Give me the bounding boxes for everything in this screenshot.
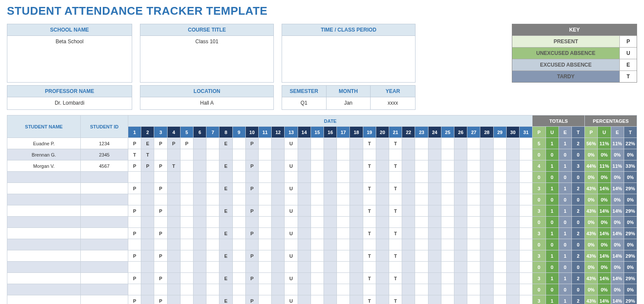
attendance-cell[interactable] [272, 284, 285, 295]
attendance-cell[interactable] [506, 250, 519, 262]
attendance-cell[interactable]: T [389, 205, 402, 217]
student-id[interactable] [81, 205, 128, 217]
attendance-cell[interactable] [376, 228, 389, 239]
attendance-cell[interactable]: E [219, 273, 232, 284]
attendance-cell[interactable] [194, 273, 206, 284]
attendance-cell[interactable] [167, 217, 180, 228]
attendance-cell[interactable] [428, 217, 441, 228]
attendance-cell[interactable] [441, 273, 454, 284]
attendance-cell[interactable] [402, 239, 415, 250]
attendance-cell[interactable] [441, 183, 454, 194]
attendance-cell[interactable] [441, 239, 454, 250]
attendance-cell[interactable] [232, 217, 245, 228]
student-name[interactable] [7, 172, 81, 183]
attendance-cell[interactable] [311, 239, 324, 250]
attendance-cell[interactable] [298, 217, 311, 228]
attendance-cell[interactable]: P [128, 250, 141, 262]
attendance-cell[interactable] [402, 138, 415, 149]
attendance-cell[interactable] [272, 273, 285, 284]
attendance-cell[interactable] [506, 239, 519, 250]
attendance-cell[interactable] [180, 160, 193, 172]
attendance-cell[interactable]: U [285, 183, 298, 194]
attendance-cell[interactable]: T [389, 138, 402, 149]
attendance-cell[interactable] [298, 295, 311, 304]
student-id[interactable] [81, 295, 128, 304]
attendance-cell[interactable] [506, 205, 519, 217]
attendance-cell[interactable] [180, 217, 193, 228]
attendance-cell[interactable] [180, 239, 193, 250]
student-name[interactable] [7, 205, 81, 217]
attendance-cell[interactable] [350, 262, 363, 273]
attendance-cell[interactable] [493, 239, 506, 250]
attendance-cell[interactable] [467, 239, 480, 250]
attendance-cell[interactable] [376, 250, 389, 262]
attendance-cell[interactable] [376, 295, 389, 304]
attendance-cell[interactable]: E [219, 205, 232, 217]
student-id[interactable] [81, 273, 128, 284]
attendance-cell[interactable] [363, 149, 376, 160]
attendance-cell[interactable] [350, 205, 363, 217]
attendance-cell[interactable] [389, 284, 402, 295]
attendance-cell[interactable] [402, 250, 415, 262]
attendance-cell[interactable] [298, 239, 311, 250]
attendance-cell[interactable] [285, 194, 298, 205]
attendance-cell[interactable] [206, 138, 219, 149]
attendance-cell[interactable] [376, 172, 389, 183]
attendance-cell[interactable] [194, 250, 206, 262]
attendance-cell[interactable] [350, 138, 363, 149]
attendance-cell[interactable]: T [363, 295, 376, 304]
attendance-cell[interactable] [441, 228, 454, 239]
attendance-cell[interactable] [454, 217, 467, 228]
attendance-cell[interactable] [206, 183, 219, 194]
attendance-cell[interactable] [259, 172, 272, 183]
attendance-cell[interactable] [324, 295, 337, 304]
attendance-cell[interactable] [337, 194, 350, 205]
attendance-cell[interactable] [506, 295, 519, 304]
attendance-cell[interactable] [415, 295, 428, 304]
attendance-cell[interactable] [428, 183, 441, 194]
attendance-cell[interactable] [141, 239, 154, 250]
attendance-cell[interactable]: E [219, 138, 232, 149]
attendance-cell[interactable] [311, 149, 324, 160]
attendance-cell[interactable] [167, 228, 180, 239]
attendance-cell[interactable]: T [363, 138, 376, 149]
attendance-cell[interactable] [206, 262, 219, 273]
attendance-cell[interactable] [167, 183, 180, 194]
attendance-cell[interactable]: T [141, 149, 154, 160]
attendance-cell[interactable]: E [219, 295, 232, 304]
attendance-cell[interactable] [232, 262, 245, 273]
attendance-cell[interactable] [232, 295, 245, 304]
attendance-cell[interactable] [402, 273, 415, 284]
attendance-cell[interactable] [272, 194, 285, 205]
attendance-cell[interactable]: E [219, 250, 232, 262]
student-name[interactable] [7, 295, 81, 304]
attendance-cell[interactable] [350, 149, 363, 160]
attendance-cell[interactable] [232, 284, 245, 295]
attendance-cell[interactable] [454, 228, 467, 239]
attendance-cell[interactable] [298, 250, 311, 262]
attendance-cell[interactable] [376, 183, 389, 194]
attendance-cell[interactable] [232, 205, 245, 217]
attendance-cell[interactable] [415, 205, 428, 217]
attendance-cell[interactable] [480, 262, 493, 273]
attendance-cell[interactable]: P [154, 138, 167, 149]
attendance-cell[interactable]: T [363, 273, 376, 284]
attendance-cell[interactable] [441, 194, 454, 205]
attendance-cell[interactable] [272, 172, 285, 183]
attendance-cell[interactable] [428, 205, 441, 217]
attendance-cell[interactable] [520, 160, 533, 172]
attendance-cell[interactable] [311, 138, 324, 149]
attendance-cell[interactable] [141, 194, 154, 205]
attendance-cell[interactable]: P [245, 228, 258, 239]
attendance-cell[interactable] [167, 205, 180, 217]
attendance-cell[interactable] [520, 205, 533, 217]
attendance-cell[interactable] [363, 262, 376, 273]
student-name[interactable] [7, 239, 81, 250]
attendance-cell[interactable]: P [141, 160, 154, 172]
attendance-cell[interactable] [337, 228, 350, 239]
attendance-cell[interactable] [520, 228, 533, 239]
attendance-cell[interactable] [350, 183, 363, 194]
attendance-cell[interactable] [337, 160, 350, 172]
attendance-cell[interactable]: T [363, 250, 376, 262]
attendance-cell[interactable]: P [180, 138, 193, 149]
